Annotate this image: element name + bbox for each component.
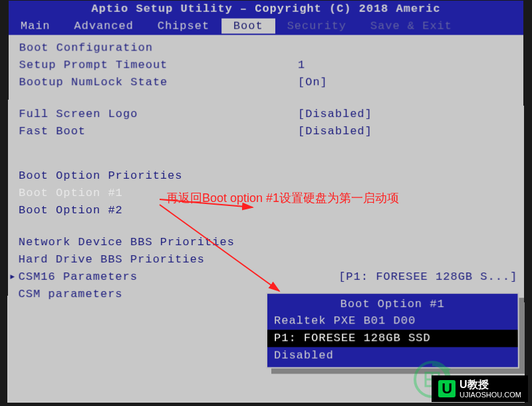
label-fast-boot: Fast Boot	[19, 123, 298, 140]
tab-security[interactable]: Security	[275, 19, 358, 34]
app-title: Aptio Setup Utility – Copyright (C) 2018…	[91, 3, 440, 15]
title-bar: Aptio Setup Utility – Copyright (C) 2018…	[9, 1, 523, 17]
watermark-brand: U教授	[460, 378, 521, 391]
row-boot-option-2[interactable]: Boot Option #2	[19, 202, 513, 219]
tab-chipset[interactable]: Chipset	[146, 19, 221, 34]
label-boot-option-1: Boot Option #1	[19, 185, 298, 202]
popup-option-realtek[interactable]: Realtek PXE B01 D00	[267, 312, 518, 330]
section-boot-config: Boot Configuration	[19, 42, 513, 54]
tab-save-exit[interactable]: Save & Exit	[358, 19, 464, 34]
hint-boot-option: [P1: FORESEE 128GB S...]	[338, 270, 517, 283]
value-numlock: [On]	[298, 74, 328, 91]
watermark: U U教授 UJIAOSHOU.COM	[432, 375, 528, 402]
value-setup-prompt: 1	[298, 56, 305, 74]
row-setup-prompt[interactable]: Setup Prompt Timeout 1	[19, 56, 513, 74]
menu-network-bbs[interactable]: Network Device BBS Priorities	[19, 234, 513, 251]
row-numlock[interactable]: Bootup NumLock State [On]	[19, 74, 513, 91]
watermark-logo-icon: U	[438, 380, 456, 397]
row-fast-boot[interactable]: Fast Boot [Disabled]	[19, 123, 513, 140]
row-full-screen-logo[interactable]: Full Screen Logo [Disabled]	[19, 106, 513, 123]
label-numlock: Bootup NumLock State	[19, 74, 298, 91]
label-setup-prompt: Setup Prompt Timeout	[19, 56, 298, 74]
tab-boot[interactable]: Boot	[221, 19, 275, 34]
watermark-url: UJIAOSHOU.COM	[460, 391, 521, 399]
label-boot-option-2: Boot Option #2	[19, 202, 298, 219]
tab-main[interactable]: Main	[9, 19, 63, 34]
popup-boot-option: Boot Option #1 Realtek PXE B01 D00 P1: F…	[266, 292, 519, 368]
popup-option-foresee[interactable]: P1: FORESEE 128GB SSD	[267, 330, 518, 347]
value-fast-boot: [Disabled]	[298, 123, 372, 140]
menu-hard-drive-bbs[interactable]: Hard Drive BBS Priorities	[19, 251, 514, 268]
popup-title: Boot Option #1	[267, 296, 518, 312]
popup-option-disabled[interactable]: Disabled	[267, 347, 518, 364]
row-boot-option-1[interactable]: Boot Option #1	[19, 185, 513, 202]
tab-bar: Main Advanced Chipset Boot Security Save…	[9, 17, 523, 35]
content-panel: Boot Configuration Setup Prompt Timeout …	[7, 35, 525, 394]
value-full-screen-logo: [Disabled]	[298, 106, 372, 123]
section-boot-priorities: Boot Option Priorities	[19, 169, 513, 182]
tab-advanced[interactable]: Advanced	[62, 19, 145, 34]
label-full-screen-logo: Full Screen Logo	[19, 106, 298, 123]
bios-screen: Aptio Setup Utility – Copyright (C) 2018…	[7, 1, 525, 403]
